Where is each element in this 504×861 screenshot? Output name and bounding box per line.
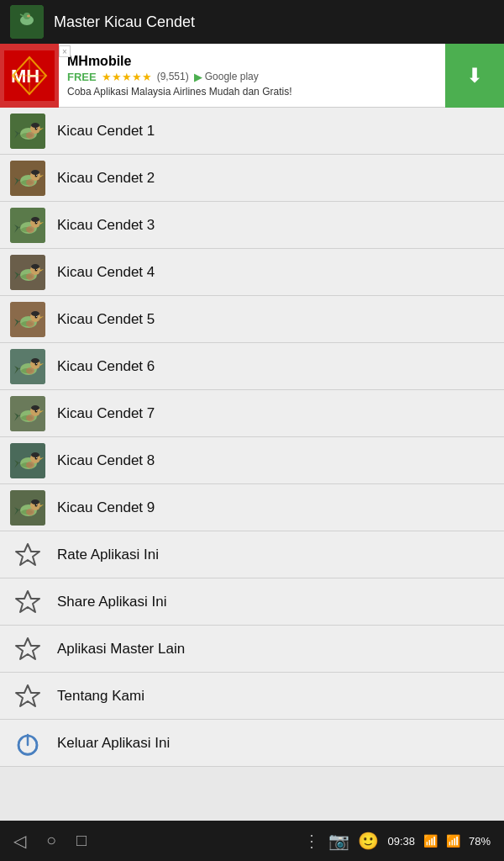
app-icon [10,5,44,39]
svg-point-58 [35,315,38,318]
svg-point-75 [31,405,39,410]
play-store-icon: ▶ [194,71,202,83]
bird-item-3[interactable]: Kicau Cendet 3 [0,202,504,249]
action-item-exit[interactable]: Keluar Aplikasi Ini [0,720,504,767]
svg-point-25 [31,170,39,175]
ad-stars: ★★★★★ [102,71,152,83]
svg-point-15 [31,123,39,128]
action-label-about: Tentang Kami [57,688,144,705]
svg-point-91 [26,462,34,468]
svg-text:⬇: ⬇ [466,64,483,87]
svg-point-39 [36,222,37,223]
ad-close-button[interactable]: × [59,45,71,57]
recents-button[interactable]: □ [76,831,87,851]
bird-thumb-3 [10,208,45,243]
signal-icon: 📶 [446,834,460,848]
svg-point-99 [36,504,37,505]
star-icon-rate [10,537,45,573]
svg-point-89 [36,457,37,458]
svg-point-48 [35,268,38,271]
bird-thumb-4 [10,255,45,290]
svg-point-45 [31,264,39,269]
app-title: Master Kicau Cendet [54,13,195,31]
star-icon-share [10,584,45,620]
bird-thumb-2 [10,161,45,196]
action-list: Rate Aplikasi Ini Share Aplikasi Ini Apl… [0,531,504,767]
back-button[interactable]: ◁ [13,831,26,851]
ad-title: MHmobile [67,54,437,69]
star-icon-more [10,631,45,667]
svg-point-78 [35,409,38,412]
bird-thumb-9 [10,490,45,526]
home-button[interactable]: ○ [46,831,56,851]
bird-item-label-5: Kicau Cendet 5 [57,311,155,328]
bird-item-6[interactable]: Kicau Cendet 6 [0,343,504,390]
action-item-share[interactable]: Share Aplikasi Ini [0,578,504,626]
bird-item-7[interactable]: Kicau Cendet 7 [0,390,504,437]
ad-description: Coba Aplikasi Malaysia Airlines Mudah da… [67,86,437,98]
svg-point-29 [36,175,37,176]
svg-point-69 [36,363,37,364]
action-item-rate[interactable]: Rate Aplikasi Ini [0,531,504,578]
ad-banner: MH MHmobile FREE ★★★★★ (9,551) ▶ Google … [0,44,504,108]
svg-point-85 [31,452,39,457]
svg-point-4 [27,15,30,18]
camera-icon: 📷 [328,831,349,851]
bird-list: Kicau Cendet 1 Kicau Cendet 2 [0,108,504,531]
bird-item-1[interactable]: Kicau Cendet 1 [0,108,504,155]
svg-point-21 [26,132,34,139]
ad-logo: MH [0,44,59,108]
status-time: 09:38 [387,835,415,848]
ad-reviews: (9,551) [157,71,189,82]
emoji-icon: 🙂 [358,831,379,851]
ad-download-button[interactable]: ⬇ [445,44,504,108]
nav-left: ◁ ○ □ [13,831,87,851]
bird-item-label-1: Kicau Cendet 1 [57,123,155,140]
bird-item-2[interactable]: Kicau Cendet 2 [0,155,504,202]
bird-item-8[interactable]: Kicau Cendet 8 [0,437,504,484]
wifi-icon: 📶 [423,834,438,848]
bird-thumb-7 [10,396,45,431]
svg-point-38 [35,221,38,224]
svg-point-51 [26,273,34,280]
bird-item-label-4: Kicau Cendet 4 [57,264,155,281]
bird-item-label-7: Kicau Cendet 7 [57,405,155,422]
svg-point-55 [31,311,39,316]
svg-point-68 [35,362,38,365]
svg-point-95 [31,499,39,504]
bird-item-label-6: Kicau Cendet 6 [57,358,155,375]
battery-level: 78% [469,835,491,848]
action-item-more[interactable]: Aplikasi Master Lain [0,626,504,673]
svg-point-49 [36,269,37,270]
bird-item-4[interactable]: Kicau Cendet 4 [0,249,504,296]
action-label-rate: Rate Aplikasi Ini [57,547,159,563]
nav-bar: ◁ ○ □ ⋮ 📷 🙂 09:38 📶 📶 78% [0,821,504,861]
svg-point-31 [26,179,34,186]
svg-point-35 [31,217,39,222]
bird-item-label-2: Kicau Cendet 2 [57,170,155,187]
svg-point-19 [36,128,37,129]
action-item-about[interactable]: Tentang Kami [0,673,504,720]
bird-thumb-5 [10,302,45,337]
nav-right: ⋮ 📷 🙂 09:38 📶 📶 78% [303,831,491,851]
svg-point-28 [35,174,38,177]
svg-point-71 [26,367,34,374]
ad-play-text: Google play [205,71,259,82]
bird-item-label-9: Kicau Cendet 9 [57,499,155,516]
svg-point-65 [31,358,39,363]
svg-point-81 [26,415,34,421]
bird-thumb-1 [10,114,45,149]
svg-marker-102 [16,544,39,565]
bird-item-5[interactable]: Kicau Cendet 5 [0,296,504,343]
svg-point-59 [36,316,37,317]
bird-item-9[interactable]: Kicau Cendet 9 [0,484,504,531]
svg-point-79 [36,410,37,411]
svg-point-18 [35,127,38,129]
svg-marker-103 [16,591,39,612]
menu-button[interactable]: ⋮ [303,831,320,851]
svg-point-98 [35,504,38,506]
star-icon-about [10,679,45,714]
svg-marker-104 [16,638,39,659]
svg-marker-105 [16,685,39,706]
ad-content: MHmobile FREE ★★★★★ (9,551) ▶ Google pla… [59,47,445,104]
